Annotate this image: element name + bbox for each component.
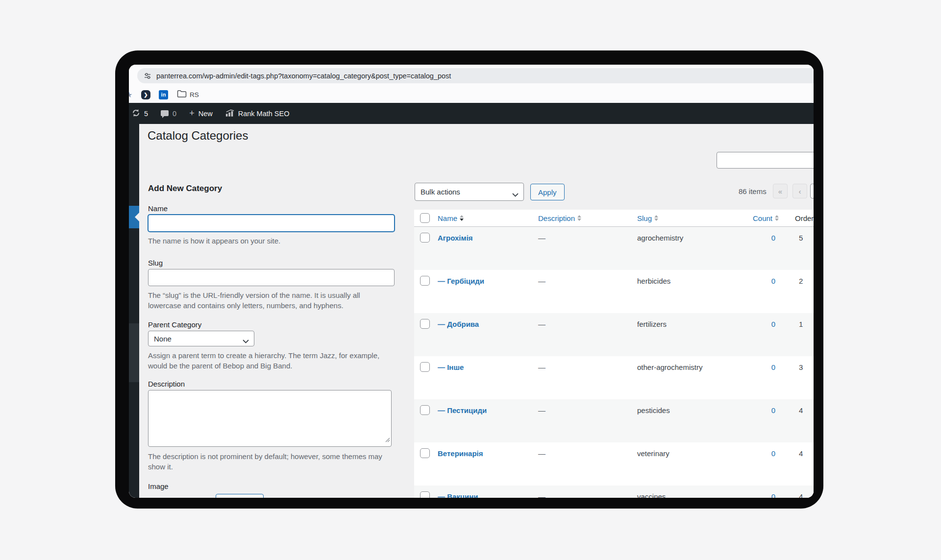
parent-category-label: Parent Category bbox=[148, 320, 395, 329]
row-checkbox[interactable] bbox=[420, 362, 430, 372]
term-name-link[interactable]: Агрохімія bbox=[438, 234, 473, 242]
prev-page-button[interactable]: ‹ bbox=[792, 184, 807, 198]
name-field[interactable] bbox=[148, 215, 395, 232]
term-count-link[interactable]: 0 bbox=[771, 449, 775, 458]
select-all-checkbox[interactable] bbox=[420, 213, 430, 223]
admin-bar-updates[interactable]: 5 bbox=[129, 103, 154, 124]
wp-sidebar-submenu-edge bbox=[129, 323, 139, 382]
term-order: 5 bbox=[786, 227, 814, 242]
sort-desc-icon bbox=[775, 219, 779, 221]
column-header-slug[interactable]: Slug bbox=[637, 214, 753, 222]
term-name-link[interactable]: — Добрива bbox=[438, 320, 479, 328]
admin-bar-rank-math[interactable]: Rank Math SEO bbox=[219, 103, 296, 124]
parent-category-value: None bbox=[154, 335, 172, 343]
term-count-link[interactable]: 0 bbox=[771, 234, 775, 242]
parent-category-help: Assign a parent term to create a hierarc… bbox=[148, 350, 395, 371]
rank-math-label: Rank Math SEO bbox=[238, 110, 290, 118]
term-order: 4 bbox=[786, 486, 814, 498]
bookmark-star-icon[interactable]: ★ bbox=[129, 90, 132, 99]
bookmark-linkedin[interactable]: in bbox=[159, 90, 168, 99]
description-field[interactable] bbox=[148, 390, 392, 447]
add-image-button[interactable]: Add Image bbox=[216, 494, 264, 498]
categories-table: Name Description Slu bbox=[414, 210, 814, 498]
updates-count: 5 bbox=[144, 110, 148, 118]
sort-desc-icon bbox=[577, 219, 581, 221]
add-category-form: Add New Category Name The name is how it… bbox=[148, 184, 395, 498]
apply-button[interactable]: Apply bbox=[530, 184, 565, 200]
row-checkbox[interactable] bbox=[420, 491, 430, 498]
table-row: — Вакцини — vaccines 0 4 bbox=[414, 486, 814, 498]
row-checkbox[interactable] bbox=[420, 276, 430, 286]
column-header-name[interactable]: Name bbox=[438, 214, 538, 222]
current-page-input[interactable] bbox=[810, 184, 814, 198]
wp-sidebar-current-item[interactable] bbox=[129, 206, 139, 228]
table-row: Ветеринарія — veterinary 0 4 bbox=[414, 442, 814, 486]
column-header-count[interactable]: Count bbox=[753, 214, 786, 222]
row-checkbox[interactable] bbox=[420, 319, 430, 329]
column-header-order: Order bbox=[786, 214, 814, 222]
row-checkbox[interactable] bbox=[420, 448, 430, 458]
table-header-row: Name Description Slu bbox=[414, 210, 814, 227]
term-order: 4 bbox=[786, 399, 814, 414]
term-slug: other-agrochemistry bbox=[637, 356, 753, 371]
column-header-description[interactable]: Description bbox=[538, 214, 637, 222]
wp-admin-bar: 5 0 + New Rank Math SEO bbox=[129, 103, 814, 124]
description-help: The description is not prominent by defa… bbox=[148, 451, 395, 472]
bookmark-favicon-dark[interactable]: ❯ bbox=[141, 90, 150, 99]
term-order: 1 bbox=[786, 313, 814, 328]
sort-asc-icon bbox=[654, 215, 658, 218]
table-row: Агрохімія — agrochemistry 0 5 bbox=[414, 227, 814, 270]
term-name-link[interactable]: — Гербіциди bbox=[438, 277, 484, 285]
new-label: New bbox=[198, 110, 213, 118]
term-order: 4 bbox=[786, 442, 814, 458]
sort-icons bbox=[460, 215, 464, 221]
term-description: — bbox=[538, 356, 637, 371]
chevron-down-icon bbox=[243, 337, 249, 345]
sort-asc-icon bbox=[460, 215, 464, 218]
folder-icon bbox=[177, 90, 187, 99]
term-name-link[interactable]: — Вакцини bbox=[438, 492, 478, 498]
address-bar[interactable]: panterrea.com/wp-admin/edit-tags.php?tax… bbox=[137, 68, 814, 83]
sort-asc-icon bbox=[577, 215, 581, 218]
app-favicon-icon: ❯ bbox=[141, 90, 150, 99]
name-help: The name is how it appears on your site. bbox=[148, 236, 395, 246]
term-slug: herbicides bbox=[637, 270, 753, 285]
items-count: 86 items bbox=[739, 187, 767, 195]
search-input[interactable] bbox=[717, 152, 814, 169]
term-count-link[interactable]: 0 bbox=[771, 363, 775, 371]
admin-bar-comments[interactable]: 0 bbox=[154, 103, 183, 124]
site-settings-icon[interactable] bbox=[144, 72, 151, 80]
comments-count: 0 bbox=[173, 110, 176, 118]
admin-content: Catalog Categories Add New Category Name… bbox=[129, 124, 814, 498]
term-name-link[interactable]: — Пестициди bbox=[438, 406, 487, 414]
slug-label: Slug bbox=[148, 259, 395, 268]
device-frame: panterrea.com/wp-admin/edit-tags.php?tax… bbox=[115, 50, 823, 509]
term-description: — bbox=[538, 313, 637, 328]
bulk-actions-value: Bulk actions bbox=[421, 188, 460, 196]
slug-field[interactable] bbox=[148, 269, 395, 286]
bulk-actions-select[interactable]: Bulk actions bbox=[415, 183, 524, 201]
term-count-link[interactable]: 0 bbox=[771, 320, 775, 328]
first-page-button[interactable]: « bbox=[773, 184, 788, 198]
term-name-link[interactable]: — Інше bbox=[438, 363, 464, 371]
term-description: — bbox=[538, 486, 637, 498]
name-label: Name bbox=[148, 204, 395, 213]
term-slug: pesticides bbox=[637, 399, 753, 414]
term-order: 3 bbox=[786, 356, 814, 371]
browser-toolbar: panterrea.com/wp-admin/edit-tags.php?tax… bbox=[129, 65, 814, 86]
term-count-link[interactable]: 0 bbox=[771, 492, 775, 498]
bookmarks-bar: ★ ❯ in RS bbox=[129, 86, 814, 103]
image-status: No image selected bbox=[148, 497, 209, 498]
term-count-link[interactable]: 0 bbox=[771, 277, 775, 285]
admin-bar-new[interactable]: + New bbox=[183, 103, 219, 124]
table-row: — Гербіциди — herbicides 0 2 bbox=[414, 270, 814, 313]
resize-handle-icon[interactable] bbox=[385, 436, 390, 444]
term-count-link[interactable]: 0 bbox=[771, 406, 775, 414]
term-name-link[interactable]: Ветеринарія bbox=[438, 449, 483, 458]
parent-category-select[interactable]: None bbox=[148, 331, 254, 346]
row-checkbox[interactable] bbox=[420, 405, 430, 415]
updates-icon bbox=[132, 109, 140, 119]
row-checkbox[interactable] bbox=[420, 233, 430, 243]
term-slug: agrochemistry bbox=[637, 227, 753, 242]
bookmark-folder-rs[interactable]: RS bbox=[177, 90, 199, 99]
